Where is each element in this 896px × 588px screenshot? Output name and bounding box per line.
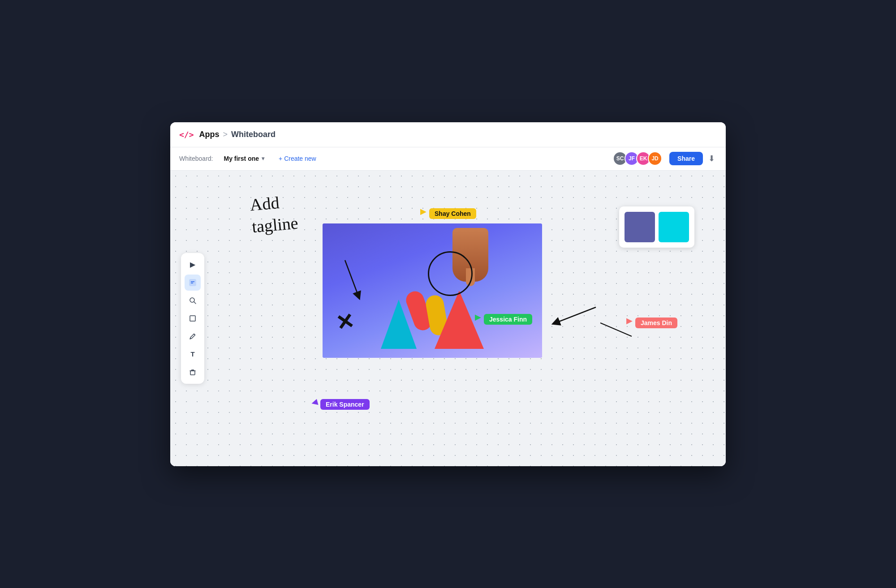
text-tool[interactable]: T bbox=[185, 346, 201, 362]
svg-rect-0 bbox=[190, 279, 196, 286]
pen-tool[interactable] bbox=[185, 328, 201, 344]
svg-line-4 bbox=[194, 302, 196, 304]
avatars-group: SC JF EK JD bbox=[613, 151, 662, 166]
zoom-tool[interactable] bbox=[185, 292, 201, 309]
svg-rect-5 bbox=[190, 316, 195, 321]
swatch-cyan[interactable] bbox=[659, 212, 689, 242]
app-window: </> Apps > Whiteboard Whiteboard: My fir… bbox=[170, 122, 726, 466]
breadcrumb-current: Whiteboard bbox=[231, 130, 276, 139]
cursor-james-din: ▶ James Din bbox=[626, 318, 677, 328]
delete-tool[interactable] bbox=[185, 364, 201, 380]
hand-element bbox=[452, 228, 488, 282]
avatar-4: JD bbox=[648, 151, 662, 166]
create-new-button[interactable]: + Create new bbox=[275, 153, 320, 164]
whiteboard-selector[interactable]: My first one ▾ bbox=[220, 153, 268, 164]
cursor-erik-spancer: ▶ Erik Spancer bbox=[311, 399, 370, 410]
topbar: </> Apps > Whiteboard bbox=[170, 122, 726, 147]
svg-rect-6 bbox=[190, 371, 195, 375]
breadcrumb: Apps > Whiteboard bbox=[199, 130, 276, 139]
chevron-down-icon: ▾ bbox=[262, 155, 264, 162]
cursor-jessica-finn: ▶ Jessica Finn bbox=[475, 314, 532, 325]
logo-icon: </> bbox=[179, 130, 194, 139]
cursor-shay-cohen: ▶ Shay Cohen bbox=[420, 208, 476, 219]
download-button[interactable]: ⬇ bbox=[706, 152, 717, 165]
whiteboard-name: My first one bbox=[224, 155, 259, 162]
sticky-tool[interactable] bbox=[185, 275, 201, 291]
left-toolbar: ▶ bbox=[181, 253, 204, 384]
cursor-arrow-shay: ▶ bbox=[420, 207, 426, 215]
cursor-tag-erik: Erik Spancer bbox=[320, 399, 370, 410]
cursor-tag-shay: Shay Cohen bbox=[429, 208, 476, 219]
frame-tool[interactable] bbox=[185, 310, 201, 326]
breadcrumb-root[interactable]: Apps bbox=[199, 130, 220, 139]
breadcrumb-separator: > bbox=[223, 130, 228, 139]
main-image[interactable] bbox=[323, 223, 542, 358]
cursor-arrow-james: ▶ bbox=[626, 317, 633, 325]
toolbar-right: SC JF EK JD Share ⬇ bbox=[613, 151, 717, 166]
color-swatches bbox=[619, 206, 694, 248]
select-tool[interactable]: ▶ bbox=[185, 257, 201, 273]
cursor-arrow-jessica: ▶ bbox=[475, 313, 481, 321]
share-button[interactable]: Share bbox=[669, 152, 703, 165]
svg-line-8 bbox=[556, 307, 596, 323]
swatch-purple[interactable] bbox=[625, 212, 655, 242]
secondary-toolbar: Whiteboard: My first one ▾ + Create new … bbox=[170, 147, 726, 171]
cursor-tag-james: James Din bbox=[635, 318, 677, 328]
toolbar-label: Whiteboard: bbox=[179, 155, 213, 162]
cursor-tag-jessica: Jessica Finn bbox=[484, 314, 532, 325]
canvas-area[interactable]: ▶ bbox=[170, 171, 726, 466]
handwriting-text: Add tagline bbox=[249, 190, 299, 238]
cursor-arrow-erik: ▶ bbox=[310, 397, 319, 407]
